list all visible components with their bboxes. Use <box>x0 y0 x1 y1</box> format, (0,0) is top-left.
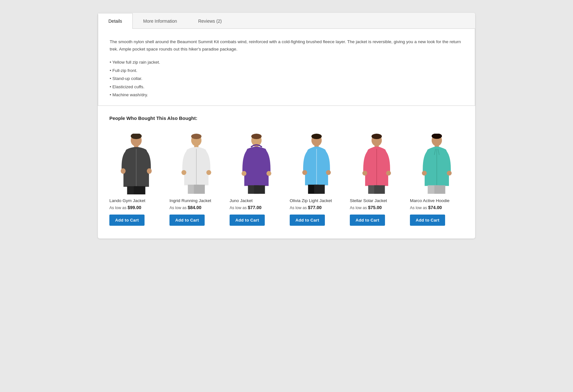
related-title: People Who Bought This Also Bought: <box>109 115 464 121</box>
svg-point-27 <box>302 170 307 175</box>
add-to-cart-button-3[interactable]: Add to Cart <box>290 215 325 226</box>
product-image-0 <box>109 130 163 194</box>
tab-more-information[interactable]: More Information <box>133 13 188 29</box>
svg-point-17 <box>251 134 262 139</box>
tab-content-details: The smooth nylon shell around the Beaumo… <box>98 29 475 106</box>
svg-point-12 <box>181 170 186 175</box>
add-to-cart-button-1[interactable]: Add to Cart <box>169 215 205 226</box>
product-image-4 <box>350 130 404 194</box>
add-to-cart-button-2[interactable]: Add to Cart <box>230 215 265 226</box>
product-price-4: As low as $75.00 <box>350 205 382 210</box>
product-name-4: Stellar Solar Jacket <box>350 198 387 203</box>
svg-rect-38 <box>374 185 385 194</box>
product-card-3: Olivia Zip Light Jacket As low as $77.00… <box>290 130 343 226</box>
svg-point-32 <box>372 134 382 139</box>
bullet-2: Full-zip front. <box>110 67 463 75</box>
product-card-2: Juno Jacket As low as $77.00 Add to Cart <box>230 130 283 226</box>
product-price-0: As low as $99.00 <box>109 205 141 210</box>
bullet-4: Elasticized cuffs. <box>110 83 463 91</box>
product-name-5: Marco Active Hoodie <box>410 198 450 203</box>
svg-point-24 <box>311 134 322 139</box>
add-to-cart-button-5[interactable]: Add to Cart <box>410 215 445 226</box>
product-card-4: Stellar Solar Jacket As low as $75.00 Ad… <box>350 130 404 226</box>
product-detail-card: Details More Information Reviews (2) The… <box>98 13 475 239</box>
svg-rect-22 <box>254 185 265 194</box>
add-to-cart-button-0[interactable]: Add to Cart <box>109 215 145 226</box>
product-price-1: As low as $84.00 <box>169 205 201 210</box>
related-products-section: People Who Bought This Also Bought: <box>98 106 475 226</box>
bullet-5: Machine wash/dry. <box>110 91 463 99</box>
svg-point-13 <box>206 170 211 175</box>
svg-rect-7 <box>134 186 145 194</box>
svg-point-44 <box>447 171 451 176</box>
bullet-1: Yellow full zip rain jacket. <box>110 58 463 67</box>
product-price-5: As low as $74.00 <box>410 205 442 210</box>
product-price-3: As low as $77.00 <box>290 205 322 210</box>
svg-rect-30 <box>314 185 325 194</box>
product-name-3: Olivia Zip Light Jacket <box>290 198 332 203</box>
svg-point-43 <box>422 171 427 176</box>
product-image-2 <box>230 130 283 194</box>
svg-rect-15 <box>194 185 205 194</box>
bullet-3: Stand-up collar. <box>110 74 463 83</box>
product-card-1: Ingrid Running Jacket As low as $84.00 A… <box>169 130 223 226</box>
add-to-cart-button-4[interactable]: Add to Cart <box>350 215 385 226</box>
tabs-bar: Details More Information Reviews (2) <box>98 13 475 29</box>
product-image-5 <box>410 130 464 194</box>
product-name-2: Juno Jacket <box>230 198 253 203</box>
product-description: The smooth nylon shell around the Beaumo… <box>110 38 463 53</box>
products-grid: Lando Gym Jacket As low as $99.00 Add to… <box>109 130 464 226</box>
svg-point-20 <box>266 171 271 176</box>
product-price-2: As low as $77.00 <box>230 205 262 210</box>
svg-point-28 <box>326 170 331 175</box>
product-card-5: Marco Active Hoodie As low as $74.00 Add… <box>410 130 464 226</box>
product-image-3 <box>290 130 343 194</box>
svg-point-36 <box>386 171 391 176</box>
product-image-1 <box>169 130 223 194</box>
svg-point-4 <box>121 168 126 174</box>
svg-point-19 <box>241 171 246 176</box>
tab-reviews[interactable]: Reviews (2) <box>188 13 232 29</box>
svg-point-35 <box>362 171 367 176</box>
product-bullets: Yellow full zip rain jacket. Full-zip fr… <box>110 58 463 99</box>
product-card-0: Lando Gym Jacket As low as $99.00 Add to… <box>109 130 163 226</box>
product-name-1: Ingrid Running Jacket <box>169 198 211 203</box>
tab-details[interactable]: Details <box>98 13 133 29</box>
svg-point-9 <box>191 134 201 139</box>
svg-point-5 <box>147 168 152 174</box>
product-name-0: Lando Gym Jacket <box>109 198 145 203</box>
svg-rect-46 <box>434 185 445 194</box>
